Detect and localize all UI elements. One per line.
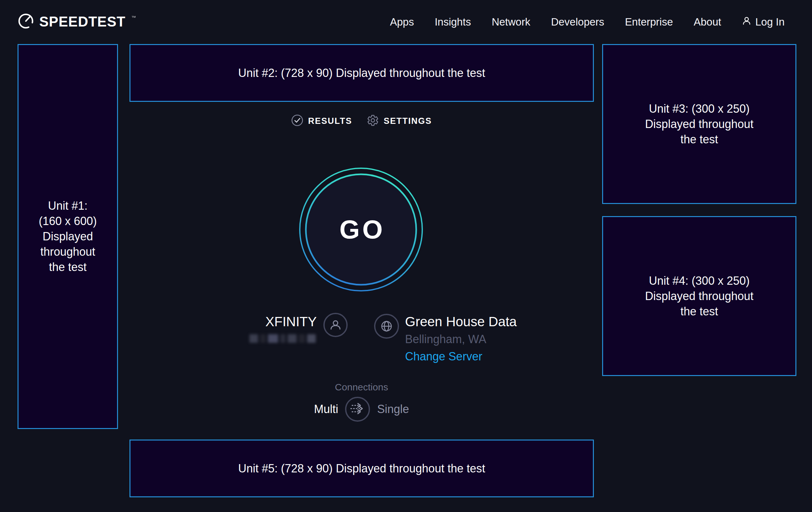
user-icon	[742, 16, 751, 28]
nav-item-about[interactable]: About	[694, 16, 721, 28]
tab-settings-label: SETTINGS	[384, 116, 432, 126]
connections-single-option[interactable]: Single	[377, 403, 409, 416]
gauge-icon	[18, 13, 34, 31]
tab-results[interactable]: RESULTS	[291, 114, 352, 128]
logo-trademark: ™	[132, 15, 136, 20]
isp-name: XFINITY	[204, 314, 317, 329]
main-nav: Apps Insights Network Developers Enterpr…	[390, 0, 785, 44]
server-name: Green House Data	[405, 314, 517, 329]
login-label: Log In	[755, 16, 785, 28]
nav-item-insights[interactable]: Insights	[435, 16, 471, 28]
isp-user-icon[interactable]	[323, 313, 348, 337]
nav-item-enterprise[interactable]: Enterprise	[625, 16, 673, 28]
gear-icon	[367, 114, 379, 128]
ad-text-line: Displayed throughout	[645, 116, 753, 132]
server-globe-icon[interactable]	[374, 314, 399, 339]
connections-label: Connections	[129, 382, 593, 393]
go-button-label: GO	[299, 167, 423, 292]
go-button[interactable]: GO	[299, 167, 423, 292]
connections-toggle-button[interactable]	[345, 397, 370, 422]
connections-multi-option[interactable]: Multi	[314, 403, 338, 416]
ad-unit-4-rectangle[interactable]: Unit #4: (300 x 250) Displayed throughou…	[602, 216, 796, 376]
ad-text-line: Unit #5: (728 x 90) Displayed throughout…	[238, 461, 485, 476]
nav-item-apps[interactable]: Apps	[390, 16, 414, 28]
ad-unit-5-leaderboard[interactable]: Unit #5: (728 x 90) Displayed throughout…	[129, 439, 594, 497]
login-button[interactable]: Log In	[742, 16, 785, 28]
ad-text-line: Unit #2: (728 x 90) Displayed throughout…	[238, 65, 485, 81]
tab-results-label: RESULTS	[308, 116, 352, 126]
results-settings-tabs: RESULTS SETTINGS	[129, 114, 593, 128]
ad-text-line: Displayed throughout	[645, 289, 753, 304]
ad-unit-2-leaderboard[interactable]: Unit #2: (728 x 90) Displayed throughout…	[129, 44, 594, 102]
ad-text-line: the test	[680, 132, 718, 147]
ad-text-line: Displayed	[42, 229, 93, 244]
tab-settings[interactable]: SETTINGS	[367, 114, 432, 128]
connections-toggle-row: Multi Single	[129, 397, 593, 422]
ad-text-line: (160 x 600)	[38, 214, 97, 229]
speedtest-logo[interactable]: SPEEDTEST ™	[18, 13, 136, 31]
ad-unit-3-rectangle[interactable]: Unit #3: (300 x 250) Displayed throughou…	[602, 44, 796, 204]
multi-connections-icon	[346, 397, 369, 421]
check-circle-icon	[291, 114, 303, 128]
ad-text-line: Unit #3: (300 x 250)	[649, 101, 750, 116]
ad-text-line: the test	[49, 260, 86, 275]
nav-item-developers[interactable]: Developers	[551, 16, 604, 28]
ad-unit-1-skyscraper[interactable]: Unit #1: (160 x 600) Displayed throughou…	[18, 44, 118, 429]
server-location: Bellingham, WA	[405, 332, 486, 346]
ad-text-line: throughout	[40, 244, 95, 260]
logo-text: SPEEDTEST	[39, 14, 126, 30]
top-nav-bar: SPEEDTEST ™ Apps Insights Network Develo…	[0, 0, 812, 44]
redacted-ip	[250, 334, 316, 343]
ad-text-line: Unit #1:	[48, 198, 87, 214]
ad-text-line: the test	[680, 304, 718, 319]
change-server-link[interactable]: Change Server	[405, 350, 482, 363]
ad-text-line: Unit #4: (300 x 250)	[649, 273, 750, 289]
nav-item-network[interactable]: Network	[492, 16, 530, 28]
